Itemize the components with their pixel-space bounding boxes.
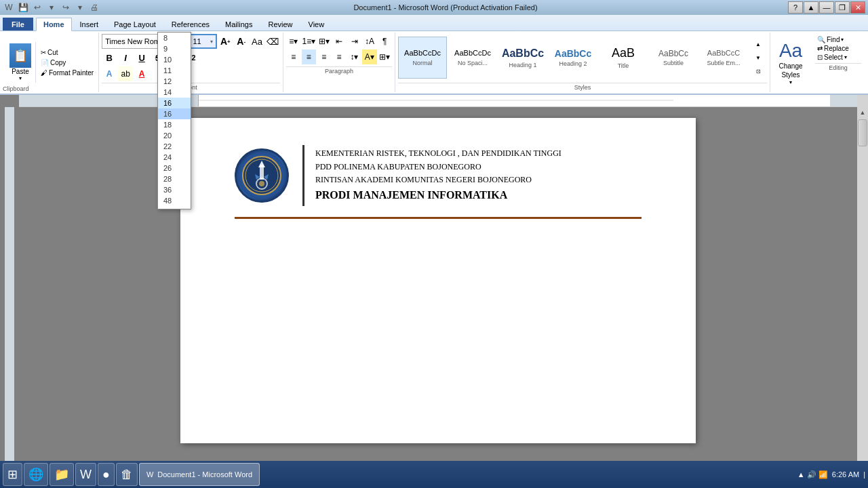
- style-subtitle[interactable]: AaBbCc Subtitle: [649, 37, 698, 79]
- style-normal[interactable]: AaBbCcDc Normal: [398, 37, 447, 79]
- underline-button[interactable]: U: [134, 50, 149, 65]
- increase-indent-btn[interactable]: ⇥: [347, 34, 361, 49]
- taskbar-chrome[interactable]: ●: [98, 463, 115, 486]
- font-size-option-18[interactable]: 18: [158, 119, 191, 130]
- font-size-option-48[interactable]: 48: [158, 195, 191, 206]
- align-right-btn[interactable]: ≡: [317, 49, 331, 64]
- tab-page-layout[interactable]: Page Layout: [106, 18, 163, 30]
- taskbar-word-document[interactable]: W Document1 - Microsoft Word: [139, 463, 260, 486]
- start-btn[interactable]: ⊞: [3, 463, 22, 486]
- ribbon-toggle[interactable]: ▲: [804, 1, 818, 14]
- italic-button[interactable]: I: [118, 50, 133, 65]
- clear-format-btn[interactable]: ⌫: [266, 34, 280, 49]
- font-size-input[interactable]: 11 ▾: [189, 34, 216, 49]
- styles-scroll-up[interactable]: ▲: [751, 39, 766, 49]
- font-size-option-11[interactable]: 11: [158, 65, 191, 76]
- close-btn[interactable]: ✕: [850, 1, 865, 14]
- font-size-option-16[interactable]: 16: [158, 98, 191, 108]
- style-title[interactable]: AaB Title: [599, 37, 648, 79]
- vertical-scrollbar[interactable]: ▲ ▼: [857, 107, 868, 472]
- taskbar-ie[interactable]: 🌐: [24, 463, 48, 486]
- tab-mailings[interactable]: Mailings: [218, 18, 260, 30]
- font-size-option-14[interactable]: 14: [158, 87, 191, 98]
- align-center-btn[interactable]: ≡: [302, 49, 316, 64]
- sort-btn[interactable]: ↕A: [362, 34, 376, 49]
- scrollbar-thumb[interactable]: [858, 119, 867, 146]
- copy-button[interactable]: 📄 Copy: [39, 58, 96, 67]
- decrease-indent-btn[interactable]: ⇤: [332, 34, 347, 49]
- cut-button[interactable]: ✂ Cut: [39, 48, 96, 57]
- styles-scroll-down[interactable]: ▼: [751, 52, 766, 63]
- bold-button[interactable]: B: [102, 50, 117, 65]
- change-case-btn[interactable]: Aa: [250, 34, 264, 49]
- paste-button[interactable]: 📋 Paste ▾: [5, 42, 36, 83]
- font-size-option-9[interactable]: 9: [158, 43, 191, 54]
- style-heading1[interactable]: AaBbCc Heading 1: [498, 37, 547, 79]
- font-size-option-24[interactable]: 24: [158, 152, 191, 163]
- tab-view[interactable]: View: [301, 18, 332, 30]
- redo-button[interactable]: ↪: [60, 1, 72, 14]
- styles-more-btn[interactable]: ⊡: [751, 66, 766, 77]
- shading-btn[interactable]: A▾: [362, 49, 376, 64]
- word-doc-icon: W: [146, 470, 153, 479]
- text-effects-btn[interactable]: A: [102, 66, 117, 81]
- font-size-option-12[interactable]: 12: [158, 76, 191, 87]
- tab-insert[interactable]: Insert: [73, 18, 106, 30]
- change-styles-arrow[interactable]: ▾: [789, 79, 792, 85]
- multilevel-btn[interactable]: ⊞▾: [317, 34, 331, 49]
- taskbar-recycle[interactable]: 🗑: [116, 463, 138, 486]
- increase-font-btn[interactable]: A+: [218, 34, 233, 49]
- paste-dropdown-arrow[interactable]: ▾: [19, 75, 22, 81]
- tab-references[interactable]: References: [164, 18, 217, 30]
- justify-btn[interactable]: ≡: [332, 49, 346, 64]
- help-btn[interactable]: ?: [788, 1, 803, 14]
- print-preview-btn[interactable]: 🖨: [88, 1, 100, 14]
- styles-group-label: Styles: [398, 83, 767, 91]
- show-desktop-btn[interactable]: |: [863, 470, 865, 479]
- borders-btn[interactable]: ⊞▾: [378, 49, 392, 64]
- customize-quick-access[interactable]: ▾: [74, 1, 86, 14]
- font-size-option-22[interactable]: 22: [158, 141, 191, 152]
- bullets-btn[interactable]: ≡▾: [286, 34, 300, 49]
- find-dropdown[interactable]: ▾: [841, 37, 844, 43]
- restore-btn[interactable]: ❐: [835, 1, 850, 14]
- font-size-option-36[interactable]: 36: [158, 184, 191, 195]
- font-color-btn[interactable]: A: [134, 66, 149, 81]
- font-size-dropdown-arrow[interactable]: ▾: [210, 39, 213, 45]
- font-size-option-28[interactable]: 28: [158, 174, 191, 184]
- font-size-option-8[interactable]: 8: [158, 33, 191, 43]
- save-button[interactable]: 💾: [17, 1, 29, 14]
- line-spacing-btn[interactable]: ↕▾: [347, 49, 361, 64]
- font-size-dropdown-list[interactable]: 8 9 10 11 12 14 16 16 18 20 22 24 26 28 …: [158, 33, 191, 209]
- taskbar-explorer[interactable]: 📁: [50, 463, 74, 486]
- taskbar-word-icon[interactable]: W: [75, 463, 96, 486]
- font-size-option-72[interactable]: 72: [158, 206, 191, 209]
- minimize-btn[interactable]: —: [819, 1, 834, 14]
- select-button[interactable]: ⊡ Select ▾: [815, 53, 861, 62]
- align-left-btn[interactable]: ≡: [286, 49, 300, 64]
- font-size-option-10[interactable]: 10: [158, 54, 191, 65]
- select-dropdown[interactable]: ▾: [844, 54, 847, 60]
- tab-file[interactable]: File: [3, 18, 33, 30]
- change-styles-button[interactable]: Aa ChangeStyles ▾: [770, 33, 811, 92]
- tab-home[interactable]: Home: [36, 18, 72, 31]
- style-subtle-em[interactable]: AaBbCcC Subtle Em...: [699, 37, 748, 79]
- style-no-spacing[interactable]: AaBbCcDc No Spaci...: [448, 37, 497, 79]
- font-size-option-26[interactable]: 26: [158, 163, 191, 174]
- numbering-btn[interactable]: 1≡▾: [302, 34, 317, 49]
- font-size-option-16-cursor[interactable]: 16: [158, 108, 191, 119]
- find-button[interactable]: 🔍 Find ▾: [815, 35, 861, 44]
- decrease-font-btn[interactable]: A-: [234, 34, 248, 49]
- undo-button[interactable]: ↩: [31, 1, 43, 14]
- show-formatting-btn[interactable]: ¶: [378, 34, 392, 49]
- undo-dropdown[interactable]: ▾: [45, 1, 58, 14]
- font-size-option-20[interactable]: 20: [158, 130, 191, 141]
- style-heading2[interactable]: AaBbCc Heading 2: [549, 37, 597, 79]
- scroll-up-arrow[interactable]: ▲: [857, 107, 868, 118]
- format-painter-button[interactable]: 🖌 Format Painter: [39, 68, 96, 77]
- paste-icon: 📋: [9, 43, 31, 68]
- document-scroll-area[interactable]: KEMENTERIAN RISTEK, TEKNOLOGI , DAN PEND…: [19, 107, 857, 472]
- replace-button[interactable]: ⇄ Replace: [815, 44, 861, 53]
- text-highlight-btn[interactable]: ab: [118, 66, 133, 81]
- tab-review[interactable]: Review: [260, 18, 300, 30]
